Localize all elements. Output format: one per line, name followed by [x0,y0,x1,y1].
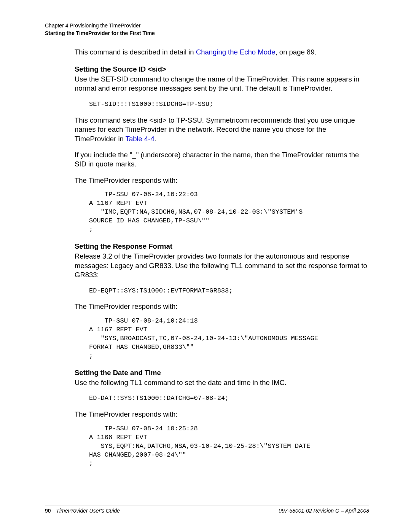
page-number: 90 [45,508,51,514]
footer-title: TimeProvider User's Guide [56,508,120,514]
para-response-format: Release 3.2 of the TimeProvider provides… [75,252,369,280]
code-response-2: TP-SSU 07-08-24,10:24:13 A 1167 REPT EVT… [89,317,369,361]
intro-text2: , on page 89. [276,48,317,56]
para-sid-note: This command sets the <sid> to TP-SSU. S… [75,116,369,144]
intro-text1: This command is described in detail in [75,48,196,56]
code-set-sid: SET-SID:::TS1000::SIDCHG=TP-SSU; [89,100,369,109]
footer-docid: 097-58001-02 Revision G – April 2008 [279,508,369,514]
link-changing-echo-mode[interactable]: Changing the Echo Mode [196,48,276,56]
para-date-time: Use the following TL1 command to set the… [75,378,369,387]
sid-note-b: . [155,135,156,143]
footer-left: 90 TimeProvider User's Guide [45,508,120,514]
section-label: Starting the TimeProvider for the First … [45,30,369,37]
para-responds-3: The TimeProvider responds with: [75,410,369,419]
footer-line: 90 TimeProvider User's Guide 097-58001-0… [45,505,369,514]
code-ed-dat: ED-DAT::SYS:TS1000::DATCHG=07-08-24; [89,394,369,403]
heading-date-time: Setting the Date and Time [75,368,369,377]
code-response-3: TP-SSU 07-08-24 10:25:28 A 1168 REPT EVT… [89,425,369,468]
code-response-1: TP-SSU 07-08-24,10:22:03 A 1167 REPT EVT… [89,190,369,234]
heading-source-id: Setting the Source ID <sid> [75,65,369,74]
para-underscore-note: If you include the "_" (underscore) char… [75,150,369,169]
heading-response-format: Setting the Response Format [75,242,369,251]
sid-note-a: This command sets the <sid> to TP-SSU. S… [75,116,355,143]
intro-paragraph: This command is described in detail in C… [75,48,369,57]
para-responds-1: The TimeProvider responds with: [75,176,369,185]
page-footer: 90 TimeProvider User's Guide 097-58001-0… [45,505,369,514]
para-set-sid: Use the SET-SID command to change the na… [75,75,369,93]
chapter-label: Chapter 4 Provisioning the TimeProvider [45,22,369,30]
page-header: Chapter 4 Provisioning the TimeProvider … [45,22,369,37]
code-ed-eqpt: ED-EQPT::SYS:TS1000::EVTFORMAT=GR833; [89,287,369,296]
link-table-4-4[interactable]: Table 4-4 [126,135,155,143]
main-content: This command is described in detail in C… [75,48,369,468]
para-responds-2: The TimeProvider responds with: [75,302,369,311]
